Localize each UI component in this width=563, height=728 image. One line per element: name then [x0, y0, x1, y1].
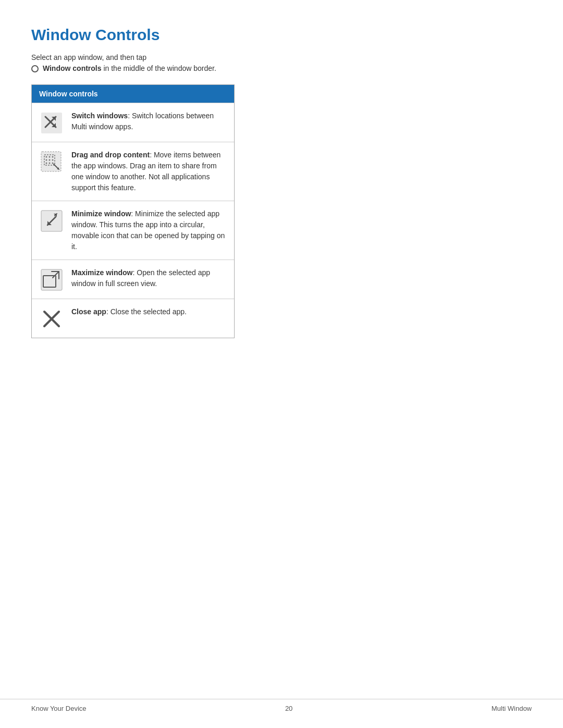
footer-right: Multi Window — [492, 705, 532, 712]
footer-page-number: 20 — [285, 705, 292, 712]
switch-windows-icon — [39, 110, 64, 134]
intro-bold: Window controls — [43, 64, 102, 72]
footer-left: Know Your Device — [31, 705, 87, 712]
table-row: Switch windows: Switch locations between… — [32, 103, 234, 142]
table-header: Window controls — [32, 85, 234, 103]
intro-line2: in the middle of the window border. — [102, 64, 216, 72]
maximize-window-icon — [39, 267, 64, 291]
table-row: Drag and drop content: Move items betwee… — [32, 142, 234, 201]
maximize-window-bold: Maximize window — [71, 268, 132, 277]
intro-text: Select an app window, and then tap Windo… — [31, 52, 240, 74]
close-app-bold: Close app — [71, 307, 106, 316]
minimize-window-icon — [39, 208, 64, 232]
svg-point-7 — [52, 156, 54, 158]
svg-point-5 — [46, 156, 47, 158]
intro-line1: Select an app window, and then tap — [31, 53, 146, 61]
drag-drop-icon — [39, 150, 64, 174]
minimize-window-bold: Minimize window — [71, 209, 131, 218]
footer: Know Your Device 20 Multi Window — [0, 699, 563, 712]
svg-point-8 — [46, 159, 47, 161]
close-app-desc: : Close the selected app. — [106, 307, 187, 316]
page-content: Window Controls Select an app window, an… — [0, 0, 271, 369]
maximize-window-text: Maximize window: Open the selected app w… — [71, 267, 227, 289]
table-row: Maximize window: Open the selected app w… — [32, 260, 234, 299]
close-app-icon — [39, 306, 64, 330]
table-row: Close app: Close the selected app. — [32, 299, 234, 338]
table-row: Minimize window: Minimize the selected a… — [32, 201, 234, 260]
close-app-text: Close app: Close the selected app. — [71, 306, 227, 317]
switch-windows-text: Switch windows: Switch locations between… — [71, 110, 227, 132]
drag-drop-bold: Drag and drop content — [71, 151, 150, 159]
switch-windows-bold: Switch windows — [71, 112, 128, 120]
svg-point-10 — [52, 159, 54, 161]
svg-point-6 — [49, 156, 51, 158]
svg-point-11 — [46, 163, 47, 164]
svg-point-12 — [49, 163, 51, 164]
window-controls-table: Window controls Switch windows: Switch l… — [31, 84, 235, 338]
page-title: Window Controls — [31, 26, 240, 44]
drag-drop-text: Drag and drop content: Move items betwee… — [71, 150, 227, 193]
minimize-window-text: Minimize window: Minimize the selected a… — [71, 208, 227, 252]
svg-point-13 — [52, 163, 54, 164]
svg-point-9 — [49, 159, 51, 161]
window-controls-circle-icon — [31, 65, 39, 72]
